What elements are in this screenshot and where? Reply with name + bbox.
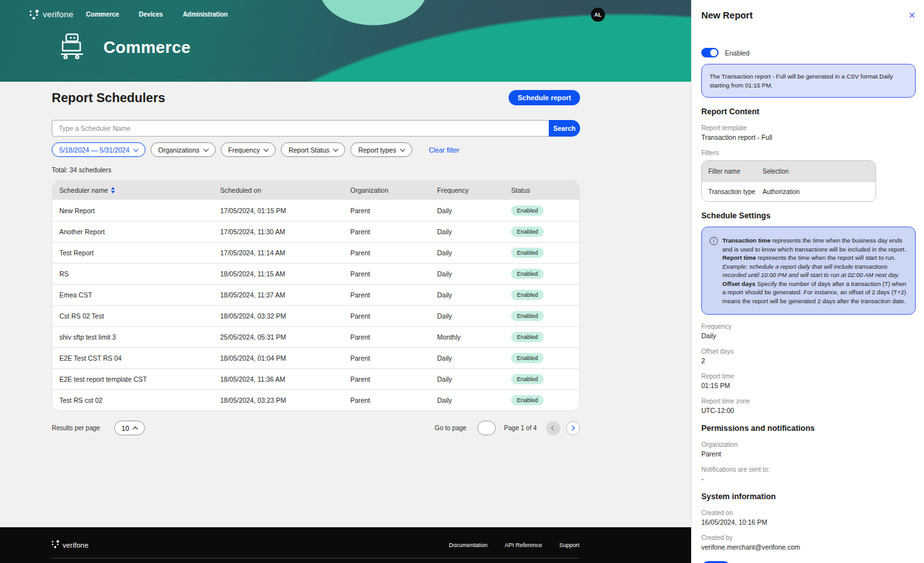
date-range-filter-chip[interactable]: 5/18/2024 — 5/31/2024 [52, 142, 145, 157]
status-badge: Enabled [511, 332, 544, 342]
nav-item-devices[interactable]: Devices [139, 7, 163, 22]
brand-name: verifone [43, 10, 73, 19]
organizations-filter-chip[interactable]: Organizations [151, 142, 216, 157]
cell-status: Enabled [511, 374, 579, 384]
column-header-scheduler-name[interactable]: Scheduler name [59, 186, 220, 194]
column-header-status: Status [511, 186, 579, 194]
cell-scheduler-name: Cst RS 02 Test [59, 312, 220, 320]
footer-link-support[interactable]: Support [559, 542, 579, 548]
user-avatar[interactable]: AL [591, 8, 605, 22]
cell-organization: Parent [350, 396, 437, 404]
results-per-page-label: Results per page [52, 424, 100, 432]
cell-scheduled-on: 17/05/2024, 11:14 AM [220, 249, 350, 257]
enabled-toggle[interactable] [701, 48, 719, 57]
chevron-up-icon [133, 426, 138, 432]
filters-col-filter-name: Filter name [708, 168, 763, 175]
page-indicator: Page 1 of 4 [504, 424, 537, 432]
verifone-logo-icon [51, 539, 59, 551]
organization-value: Parent [701, 450, 916, 458]
footer-link-api-reference[interactable]: API Reference [505, 542, 542, 548]
cell-frequency: Daily [437, 291, 511, 299]
cell-organization: Parent [350, 333, 437, 341]
clear-filter-link[interactable]: Clear filter [429, 146, 459, 154]
frequency-label: Frequency [701, 323, 916, 330]
cell-scheduler-name: New Report [59, 207, 220, 214]
cell-organization: Parent [350, 375, 437, 383]
pagination-right: Go to page Page 1 of 4 [435, 421, 580, 435]
results-per-page-select[interactable]: 10 [114, 421, 145, 435]
table-row[interactable]: RS 18/05/2024, 11:15 AM Parent Daily Ena… [52, 263, 579, 284]
table-row[interactable]: E2E Test CST RS 04 18/05/2024, 01:04 PM … [52, 347, 579, 368]
table-row[interactable]: Another Report 17/05/2024, 11:30 AM Pare… [52, 221, 579, 242]
organization-label: Organization [701, 441, 916, 448]
search-input[interactable] [52, 120, 549, 137]
report-status-filter-chip[interactable]: Report Status [281, 142, 345, 157]
cell-scheduled-on: 18/05/2024, 11:37 AM [220, 291, 350, 299]
filters-table-row: Transaction type Authorization [702, 181, 876, 201]
table-row[interactable]: New Report 17/05/2024, 01:15 PM Parent D… [52, 200, 579, 221]
filters-table-header: Filter name Selection [702, 161, 876, 181]
cell-status: Enabled [511, 269, 579, 279]
cell-organization: Parent [350, 228, 437, 236]
schedule-report-button[interactable]: Schedule report [509, 90, 580, 105]
frequency-value: Daily [701, 332, 916, 340]
offset-days-value: 2 [701, 357, 916, 364]
page-header: Report Schedulers Schedule report [52, 90, 580, 105]
cell-scheduled-on: 18/05/2024, 11:36 AM [220, 375, 350, 383]
report-detail-panel: New Report ✕ Enabled The Transaction rep… [691, 0, 924, 563]
cell-frequency: Daily [437, 207, 511, 214]
table-row[interactable]: Emea CST 18/05/2024, 11:37 AM Parent Dai… [52, 284, 579, 305]
cell-frequency: Daily [437, 270, 511, 278]
footer-link-documentation[interactable]: Documentation [449, 542, 488, 548]
page-content: Report Schedulers Schedule report Search… [52, 82, 580, 435]
nav-item-commerce[interactable]: Commerce [86, 7, 119, 22]
cell-status: Enabled [511, 227, 579, 237]
next-page-button[interactable] [566, 421, 580, 435]
previous-page-button[interactable] [546, 421, 560, 435]
total-count: Total: 34 schedulers [52, 166, 580, 174]
sort-icon[interactable] [111, 187, 115, 193]
cell-frequency: Daily [437, 249, 511, 257]
date-range-label: 5/18/2024 — 5/31/2024 [59, 146, 130, 154]
chevron-right-icon [570, 426, 575, 431]
page-title: Report Schedulers [52, 91, 165, 105]
filter-name-cell: Transaction type [708, 188, 763, 195]
search-button[interactable]: Search [549, 120, 580, 137]
top-navbar: verifone Commerce Devices Administration [0, 0, 691, 29]
created-on-value: 16/05/2024, 10:16 PM [701, 518, 916, 526]
cell-scheduler-name: shiv sftp test limit 3 [59, 333, 220, 341]
filter-chips-row: 5/18/2024 — 5/31/2024 Organizations Freq… [52, 142, 580, 157]
cell-scheduled-on: 18/05/2024, 11:15 AM [220, 270, 350, 278]
enabled-toggle-label: Enabled [725, 49, 750, 57]
table-row[interactable]: Test RS cst 02 18/05/2024, 03:23 PM Pare… [52, 389, 579, 410]
verifone-logo[interactable]: verifone [29, 10, 73, 20]
table-row[interactable]: Test Report 17/05/2024, 11:14 AM Parent … [52, 242, 579, 263]
footer-verifone-logo[interactable]: verifone [51, 539, 89, 551]
close-icon[interactable]: ✕ [908, 11, 916, 20]
report-types-filter-chip[interactable]: Report types [350, 142, 412, 157]
nav-item-administration[interactable]: Administration [183, 7, 228, 22]
cell-scheduler-name: Emea CST [59, 291, 220, 299]
hero-title: Commerce [103, 38, 191, 57]
footer-links: Documentation API Reference Support [431, 542, 579, 548]
table-row[interactable]: shiv sftp test limit 3 25/05/2024, 05:31… [52, 326, 579, 347]
hero-title-row: Commerce [56, 32, 191, 63]
schedule-settings-info-text: Transaction time represents the time whe… [722, 236, 907, 305]
scheduler-table: Scheduler name Scheduled on Organization… [52, 180, 580, 411]
cell-frequency: Monthly [437, 333, 511, 341]
cell-scheduler-name: E2E test report template CST [59, 375, 220, 383]
cell-scheduled-on: 18/05/2024, 01:04 PM [220, 354, 350, 362]
chevron-down-icon [264, 146, 269, 151]
frequency-filter-chip[interactable]: Frequency [221, 142, 276, 157]
cell-scheduled-on: 18/05/2024, 03:32 PM [220, 312, 350, 320]
footer: verifone Documentation API Reference Sup… [0, 527, 691, 563]
scheduler-table-body: New Report 17/05/2024, 01:15 PM Parent D… [52, 200, 579, 410]
go-to-page-input[interactable] [477, 421, 496, 435]
report-time-label: Report time [701, 373, 916, 380]
filters-col-selection: Selection [763, 168, 869, 175]
table-row[interactable]: Cst RS 02 Test 18/05/2024, 03:32 PM Pare… [52, 305, 579, 326]
created-by-value: verifone.merchant@verifone.com [701, 543, 916, 551]
table-row[interactable]: E2E test report template CST 18/05/2024,… [52, 368, 579, 389]
system-information-heading: System information [701, 492, 916, 501]
cell-scheduled-on: 17/05/2024, 01:15 PM [220, 207, 350, 214]
